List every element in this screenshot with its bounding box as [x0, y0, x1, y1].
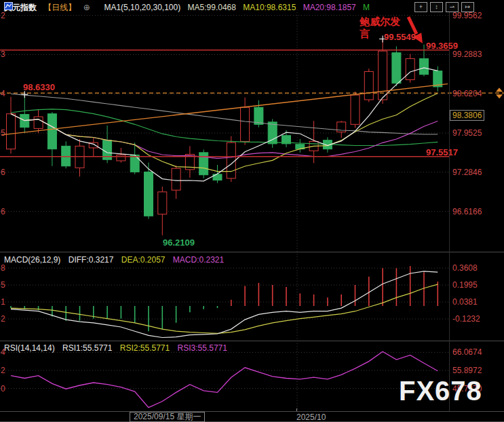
rsi3-value: RSI3:55.5771 — [178, 343, 227, 353]
rsi-params[interactable]: RSI(14,14,14) — [4, 343, 55, 353]
rsi-axis-left-digit: 2 — [1, 366, 5, 375]
dashed-line-handle-icon[interactable] — [496, 88, 503, 92]
add-indicator-icon[interactable]: ⊕ — [83, 3, 90, 12]
macd-diff-value: DIFF:0.3217 — [69, 255, 114, 265]
main-axis-left-digit: 4 — [1, 89, 5, 98]
ma5-value: MA5:99.0468 — [188, 3, 236, 12]
candle-13 — [172, 168, 180, 190]
macd-axis-label: 0.1995 — [452, 280, 478, 290]
main-axis-label: 98.6204 — [452, 89, 482, 98]
candle-10 — [130, 155, 139, 172]
date-axis: 2025/09/15 星期一 2025/10 — [0, 411, 504, 422]
high-price-label: 99.5549 — [384, 32, 416, 42]
candle-20 — [268, 122, 277, 144]
main-axis-left-digit: 3 — [1, 50, 5, 59]
rsi2-value: RSI2:55.5771 — [120, 343, 170, 353]
macd-axis-left-digit: 2 — [1, 314, 5, 324]
main-chart-header: 美元指数 【日线】 ⊕ MA1(5,10,20,30,100) MA5:99.0… — [4, 2, 374, 14]
x-axis-scale-icon[interactable]: ⇀ — [446, 2, 459, 12]
candle-17 — [227, 142, 235, 178]
macd-dea-value: DEA:0.2057 — [121, 255, 166, 265]
candle-3 — [34, 117, 43, 128]
resistance-line-label: 99.3659 — [426, 41, 458, 51]
candle-29 — [392, 53, 401, 83]
macd-value: MACD:0.2321 — [173, 255, 224, 265]
candle-11 — [144, 172, 153, 216]
main-axis-left-digit: 5 — [1, 128, 5, 138]
chart-canvas[interactable] — [0, 0, 504, 422]
trading-chart-app: 美元指数 【日线】 ⊕ MA1(5,10,20,30,100) MA5:99.0… — [0, 0, 504, 422]
candle-26 — [351, 95, 360, 124]
candle-19 — [254, 107, 263, 124]
macd-axis-label: 0.3608 — [452, 263, 478, 273]
ma30-value-truncated: M — [363, 3, 370, 12]
ma10-value: MA10:98.6315 — [243, 3, 296, 12]
main-axis-label: 97.2846 — [452, 168, 482, 177]
rsi-header: RSI(14,14,14) RSI1:55.5771 RSI2:55.5771 … — [4, 343, 233, 353]
chart-toolbar: + ↕ ⇀ ↦ — [414, 2, 477, 12]
crosshair-icon[interactable]: + — [414, 2, 427, 12]
main-axis-label: 99.2883 — [452, 50, 482, 59]
candle-18 — [241, 107, 250, 141]
candle-5 — [62, 146, 71, 166]
macd-axis-label: 0.0381 — [452, 297, 478, 307]
pane-export-icon[interactable]: ↦ — [461, 2, 474, 12]
dashed-level-label: 98.6330 — [23, 82, 55, 92]
period-label[interactable]: 【日线】 — [43, 3, 76, 12]
macd-axis-left-digit: 1 — [1, 297, 5, 307]
candle-9 — [117, 155, 125, 161]
macd-params[interactable]: MACD(26,12,9) — [4, 255, 60, 265]
crosshair-date-label: 2025/09/15 星期一 — [130, 412, 205, 422]
main-axis-left-digit: 6 — [1, 207, 5, 216]
ma20-value: MA20:98.1857 — [303, 3, 356, 12]
main-axis-label: 97.9525 — [452, 128, 482, 138]
macd-axis-label: -0.1232 — [452, 314, 480, 324]
main-axis-label: 96.6166 — [452, 207, 482, 216]
main-axis-left-digit: 6 — [1, 168, 5, 177]
rsi-axis-left-digit: 0 — [1, 384, 5, 394]
macd-axis-left-digit: 8 — [1, 263, 5, 273]
candle-1 — [7, 114, 16, 149]
fx678-watermark: FX678 — [399, 376, 482, 406]
candle-28 — [379, 51, 387, 100]
macd-axis-left-digit: 5 — [1, 280, 5, 290]
y-axis-scale-icon[interactable]: ↕ — [430, 2, 443, 12]
candle-27 — [364, 71, 373, 100]
candle-4 — [47, 114, 56, 149]
candle-15 — [199, 153, 208, 175]
low-price-label: 96.2109 — [163, 237, 195, 248]
candle-12 — [158, 192, 167, 214]
support-line-label: 97.5517 — [426, 147, 458, 157]
rsi-axis-label: 66.0674 — [452, 347, 482, 357]
candle-30 — [406, 58, 414, 79]
candle-31 — [420, 58, 429, 74]
month-label: 2025/10 — [296, 413, 326, 422]
current-price-badge: 98.3806 — [450, 110, 484, 121]
rsi1-value: RSI1:55.5771 — [62, 343, 112, 353]
rsi-axis-label: 55.8972 — [452, 366, 482, 375]
ma-group-label: MA1(5,10,20,30,100) — [104, 3, 180, 12]
macd-header: MACD(26,12,9) DIFF:0.3217 DEA:0.2057 MAC… — [4, 255, 229, 265]
